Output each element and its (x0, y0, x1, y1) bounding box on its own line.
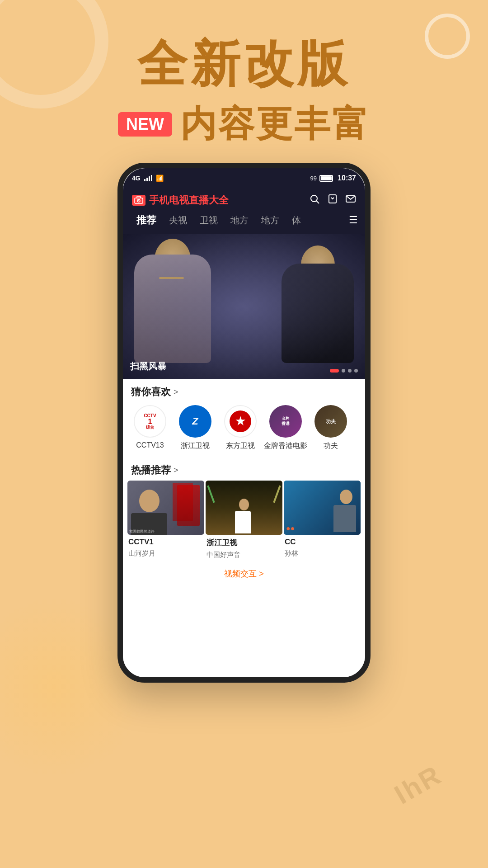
hk-name: 金牌香港电影 (264, 441, 307, 451)
signal-bars (144, 175, 152, 181)
time-display: 10:37 (338, 174, 356, 182)
hot-cctv1-sub: 山河岁月 (127, 549, 204, 558)
head (139, 490, 160, 512)
hot-thumb-cctv1: 救国教民的道路 (127, 481, 204, 535)
dongfang-logo: ★ (224, 405, 257, 438)
tab-sports[interactable]: 体 (286, 212, 307, 228)
svg-point-2 (138, 200, 139, 201)
app-header: 手机电视直播大全 (123, 188, 365, 212)
hot-grid: 救国教民的道路 CCTV1 山河岁月 (123, 481, 365, 564)
tab-recommended[interactable]: 推荐 (130, 212, 163, 229)
wifi-icon: 📶 (156, 175, 164, 182)
hot-title: 热播推荐 (131, 463, 171, 477)
cc-head (340, 490, 352, 504)
dongfang-name: 东方卫视 (226, 441, 255, 451)
guess-arrow: > (174, 387, 178, 397)
hot-cc-sub: 孙林 (284, 549, 361, 558)
hot-item-cctv1[interactable]: 救国教民的道路 CCTV1 山河岁月 (127, 481, 204, 559)
hero-dots (330, 369, 358, 373)
channel-list: CCTV 1 综合 CCTV13 Z 浙江卫视 (123, 402, 365, 457)
hot-cctv1-title: CCTV1 (127, 538, 204, 547)
hero-title: 扫黑风暴 (130, 360, 166, 373)
bar4 (151, 175, 152, 181)
sub-title-text: 内容更丰富 (180, 100, 370, 149)
header-icons[interactable] (309, 193, 356, 207)
cc-thumb-content: ●● (284, 481, 361, 535)
cctv-inner: CCTV 1 综合 (144, 414, 156, 429)
hk-text2: 香港 (282, 421, 290, 427)
sub-title-row: NEW 内容更丰富 (0, 100, 488, 149)
hot-thumb-zj (206, 481, 282, 535)
hot-cc-title: CC (284, 538, 361, 547)
phone-mockup: 4G 📶 99 10:37 (117, 163, 371, 683)
mail-icon[interactable] (345, 193, 356, 207)
bar3 (149, 176, 150, 181)
channel-item-dongfang[interactable]: ★ 东方卫视 (218, 405, 263, 451)
hot-section-header[interactable]: 热播推荐 > (123, 457, 365, 481)
battery-percent: 99 (310, 175, 317, 182)
phone-inner: 4G 📶 99 10:37 (123, 168, 365, 677)
guess-title: 猜你喜欢 (131, 385, 171, 399)
dot-3 (348, 369, 352, 373)
cctv-text-cc: CCTV (144, 414, 156, 418)
battery-fill (321, 176, 332, 180)
hero-banner[interactable]: 扫黑风暴 (123, 234, 365, 379)
hk-inner: 金牌 香港 (280, 414, 291, 429)
nav-tabs: 推荐 央视 卫视 地方 地方 体 ☰ (123, 212, 365, 234)
hot-arrow: > (174, 466, 178, 475)
battery-icon (319, 175, 333, 182)
app-name-text: 手机电视直播大全 (149, 193, 229, 207)
channel-item-hk[interactable]: 金牌 香港 金牌香港电影 (263, 405, 308, 451)
bottom-more[interactable]: 视频交互 > (123, 564, 365, 584)
content-area: 猜你喜欢 > CCTV 1 综合 CCTV13 (123, 379, 365, 677)
status-right: 99 10:37 (310, 174, 356, 182)
status-bar: 4G 📶 99 10:37 (123, 168, 365, 188)
ihr-watermark: IhR (389, 759, 447, 810)
tab-cctv[interactable]: 央视 (163, 212, 193, 228)
svg-point-3 (311, 195, 317, 202)
hk-logo: 金牌 香港 (269, 405, 302, 438)
new-badge: NEW (118, 112, 172, 137)
cc-accent: ●● (286, 524, 295, 533)
cc-figure (333, 490, 358, 535)
tab-local1[interactable]: 地方 (224, 212, 255, 228)
channel-item-zhejiang[interactable]: Z 浙江卫视 (173, 405, 218, 451)
zj-thumb-content (206, 481, 282, 535)
hot-item-zhejiang[interactable]: 浙江卫视 中国好声音 (206, 481, 282, 559)
hot-item-cc[interactable]: ●● CC 孙林 (284, 481, 361, 559)
bookmark-icon[interactable] (327, 193, 338, 207)
search-icon[interactable] (309, 193, 320, 207)
dot-2 (342, 369, 345, 373)
logo-icon (132, 195, 145, 206)
caption: 救国教民的道路 (129, 529, 155, 534)
guess-section-header[interactable]: 猜你喜欢 > (123, 379, 365, 402)
df-inner: ★ (230, 410, 251, 432)
cctv13-logo: CCTV 1 综合 (134, 405, 166, 438)
cctv-text-13: 1 (148, 418, 152, 425)
tab-satellite[interactable]: 卫视 (193, 212, 224, 228)
singer-body (235, 511, 251, 533)
cctv13-name: CCTV13 (136, 441, 164, 449)
bar2 (146, 178, 148, 181)
singer-head (239, 499, 249, 510)
tab-local2[interactable]: 地方 (255, 212, 286, 228)
app-logo: 手机电视直播大全 (132, 193, 229, 207)
main-title: 全新改版 (0, 36, 488, 91)
flag2 (173, 483, 193, 521)
svg-line-4 (317, 201, 319, 204)
hot-zj-title: 浙江卫视 (206, 538, 282, 548)
status-left: 4G 📶 (132, 175, 164, 182)
singer (235, 499, 253, 535)
channel-item-cctv13[interactable]: CCTV 1 综合 CCTV13 (127, 405, 173, 451)
hot-thumb-cc: ●● (284, 481, 361, 535)
kungfu-logo: 功夫 (314, 405, 347, 438)
channel-item-kungfu[interactable]: 功夫 功夫 (308, 405, 353, 451)
zj-inner: Z (192, 415, 198, 427)
dot-1 (330, 369, 339, 373)
top-promo-section: 全新改版 NEW 内容更丰富 (0, 36, 488, 149)
nav-menu-icon[interactable]: ☰ (349, 214, 358, 226)
zhejiang-logo: Z (179, 405, 211, 438)
smoke-effect (123, 234, 365, 379)
person-silhouette (131, 490, 167, 535)
cc-body (333, 505, 356, 532)
